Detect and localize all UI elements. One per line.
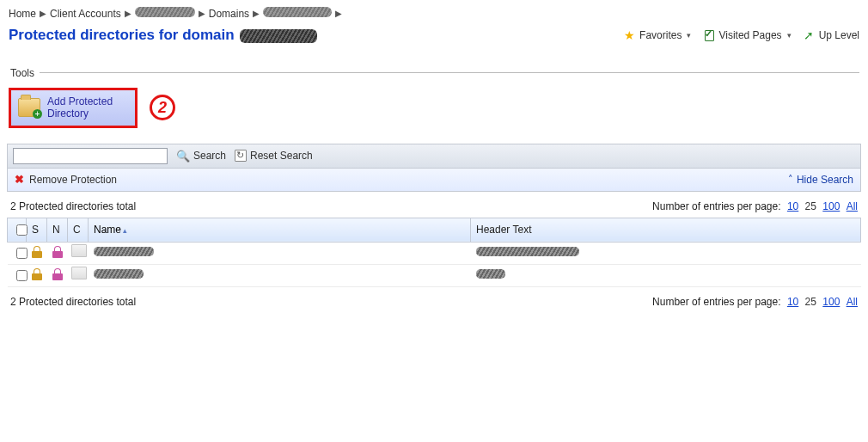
tools-label: Tools (9, 67, 40, 79)
folders-icon (73, 268, 87, 279)
tools-section: Tools Add Protected Directory 2 (9, 66, 859, 128)
magnifier-icon: 🔍 (176, 150, 190, 163)
breadcrumb-home[interactable]: Home (9, 8, 36, 20)
pager-100[interactable]: 100 (822, 200, 840, 212)
up-level-label: Up Level (819, 29, 859, 41)
page-title: Protected directories for domain (9, 27, 317, 44)
add-protected-directory-button[interactable]: Add Protected Directory (9, 88, 138, 128)
lock-icon (32, 268, 42, 280)
cell-cgi-status (68, 264, 89, 286)
page-title-text: Protected directories for domain (9, 27, 235, 43)
chevron-up-icon: ˄ (788, 174, 793, 185)
chevron-right-icon: ▶ (335, 9, 342, 18)
add-protected-directory-label: Add Protected Directory (47, 95, 128, 120)
caret-down-icon: ▾ (787, 31, 792, 40)
cell-name[interactable] (89, 264, 471, 286)
remove-protection-label: Remove Protection (29, 174, 117, 186)
step-badge: 2 (150, 95, 175, 120)
pager-label: Number of entries per page: (652, 200, 780, 212)
lock-icon (52, 268, 63, 280)
cell-cgi-status (68, 242, 89, 264)
pager-10[interactable]: 10 (787, 200, 798, 212)
chevron-right-icon: ▶ (125, 9, 131, 18)
breadcrumb: Home ▶ Client Accounts ▶ ▶ Domains ▶ ▶ (7, 0, 861, 23)
pager-25-current: 25 (805, 200, 816, 212)
col-checkbox (8, 218, 27, 242)
breadcrumb-client-accounts[interactable]: Client Accounts (50, 8, 121, 20)
visited-pages-menu[interactable]: Visited Pages ▾ (703, 29, 791, 41)
pager-all[interactable]: All (847, 200, 858, 212)
pager-10[interactable]: 10 (787, 296, 798, 308)
pager-25-current: 25 (805, 296, 816, 308)
search-input[interactable] (13, 148, 168, 164)
total-count-text: 2 Protected directories total (10, 296, 136, 308)
search-button[interactable]: 🔍 Search (176, 150, 226, 163)
remove-protection-button[interactable]: ✖ Remove Protection (15, 174, 117, 186)
table-row (8, 242, 861, 264)
caret-down-icon: ▾ (687, 31, 691, 40)
pager-all[interactable]: All (847, 296, 858, 308)
favorites-menu[interactable]: ★ Favorites ▾ (624, 29, 691, 41)
chevron-right-icon: ▶ (199, 9, 205, 18)
row-checkbox[interactable] (16, 248, 28, 259)
cell-name[interactable] (89, 242, 471, 264)
reset-search-button[interactable]: Reset Search (235, 150, 313, 162)
cell-header-text (471, 242, 861, 264)
select-all-checkbox[interactable] (16, 224, 28, 236)
breadcrumb-domain-name[interactable] (263, 7, 332, 20)
lock-icon (32, 246, 42, 258)
col-n[interactable]: N (47, 218, 68, 242)
breadcrumb-domains[interactable]: Domains (209, 8, 249, 20)
directories-table: S N C Name▴ Header Text (7, 218, 861, 287)
action-bar: ✖ Remove Protection ˄ Hide Search (7, 169, 861, 192)
pager-100[interactable]: 100 (822, 296, 840, 308)
reset-icon (235, 150, 247, 162)
visited-pages-label: Visited Pages (718, 29, 781, 41)
summary-row-top: 2 Protected directories total Number of … (7, 192, 861, 218)
col-header-text[interactable]: Header Text (471, 218, 861, 242)
table-header-row: S N C Name▴ Header Text (8, 218, 861, 242)
folder-add-icon (18, 98, 40, 117)
summary-row-bottom: 2 Protected directories total Number of … (7, 287, 861, 313)
top-actions: ★ Favorites ▾ Visited Pages ▾ ➚ Up Level (624, 29, 859, 41)
search-bar: 🔍 Search Reset Search (7, 144, 861, 169)
pager-top: Number of entries per page: 10 25 100 Al… (652, 200, 858, 212)
cell-nonssl-status (47, 264, 68, 286)
total-count-text: 2 Protected directories total (10, 200, 136, 212)
row-checkbox[interactable] (16, 270, 28, 281)
breadcrumb-client-name[interactable] (135, 7, 195, 20)
cell-nonssl-status (47, 242, 68, 264)
cell-header-text (471, 264, 861, 286)
lock-icon (52, 246, 63, 258)
pager-bottom: Number of entries per page: 10 25 100 Al… (652, 296, 858, 308)
hide-search-label: Hide Search (797, 174, 853, 186)
col-c[interactable]: C (68, 218, 89, 242)
hide-search-toggle[interactable]: ˄ Hide Search (788, 174, 853, 186)
up-arrow-icon: ➚ (804, 29, 816, 41)
chevron-right-icon: ▶ (253, 9, 260, 18)
reset-search-label: Reset Search (250, 150, 313, 162)
folders-icon (73, 246, 87, 257)
up-level-link[interactable]: ➚ Up Level (804, 29, 859, 41)
search-label: Search (193, 150, 226, 162)
star-icon: ★ (624, 29, 636, 41)
visited-pages-icon (703, 29, 715, 41)
col-name[interactable]: Name▴ (89, 218, 471, 242)
chevron-right-icon: ▶ (40, 9, 46, 18)
pager-label: Number of entries per page: (652, 296, 780, 308)
favorites-label: Favorites (639, 29, 682, 41)
table-row (8, 264, 861, 286)
remove-icon: ✖ (15, 174, 24, 185)
sort-asc-icon: ▴ (123, 226, 127, 235)
